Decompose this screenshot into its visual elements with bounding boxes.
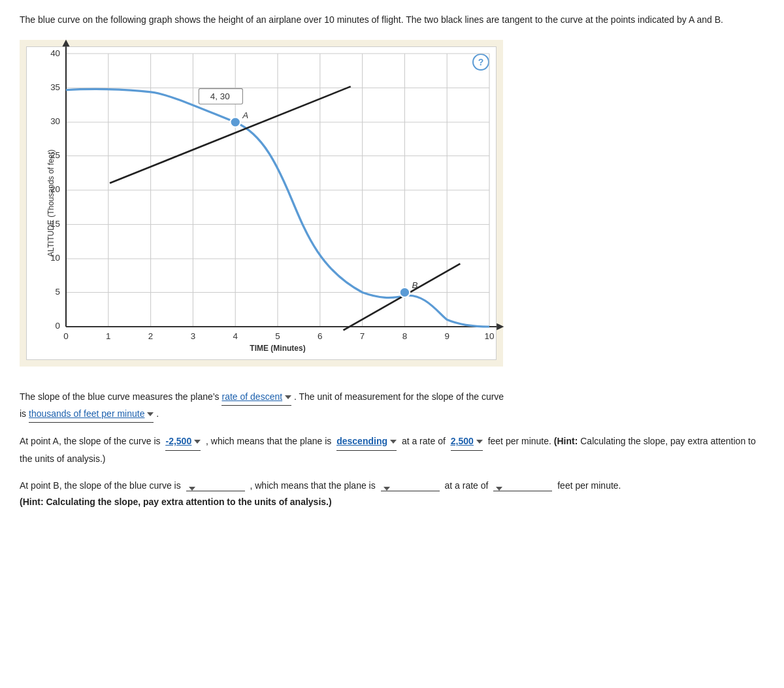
q2-suffix: feet per minute. <box>488 436 551 446</box>
descending-value: descending <box>336 433 387 450</box>
q1-suffix2: . <box>156 408 159 419</box>
y-axis-label: ALTITUDE (Thousands of feet) <box>46 150 56 257</box>
svg-text:7: 7 <box>360 332 365 342</box>
svg-point-50 <box>400 287 410 297</box>
rate-of-descent-dropdown[interactable]: rate of descent <box>221 389 291 406</box>
chevron-down-icon-3 <box>194 440 201 444</box>
slope-b-dropdown[interactable] <box>186 487 245 491</box>
svg-text:4, 30: 4, 30 <box>210 91 230 101</box>
q2-middle: , which means that the plane is <box>206 436 331 446</box>
chevron-down-icon <box>285 395 291 399</box>
chevron-down-icon-2 <box>147 412 154 416</box>
svg-marker-41 <box>62 40 69 47</box>
q1-prefix: The slope of the blue curve measures the… <box>20 391 220 402</box>
question-1-row: The slope of the blue curve measures the… <box>20 389 764 423</box>
svg-text:3: 3 <box>191 332 195 342</box>
rate-a-dropdown[interactable]: 2,500 <box>451 433 483 450</box>
svg-text:5: 5 <box>56 287 60 297</box>
q1-middle: . The unit of measurement for the slope … <box>294 391 504 402</box>
svg-text:4: 4 <box>233 332 237 342</box>
unit-dropdown[interactable]: thousands of feet per minute <box>29 406 154 423</box>
svg-text:25: 25 <box>50 150 60 160</box>
q2-middle2: at a rate of <box>402 436 446 446</box>
question-2-row: At point A, the slope of the curve is -2… <box>20 433 764 467</box>
svg-text:5: 5 <box>275 332 280 342</box>
chevron-down-icon-8 <box>496 487 502 491</box>
q2-hint: (Hint: <box>554 436 578 446</box>
chart-svg: 0 5 10 15 20 25 30 35 40 0 1 2 3 4 5 6 7… <box>66 54 489 327</box>
unit-value: thousands of feet per minute <box>29 406 144 422</box>
svg-marker-43 <box>497 323 504 331</box>
rate-b-dropdown[interactable] <box>493 487 552 491</box>
svg-text:10: 10 <box>50 254 60 263</box>
chevron-down-icon-5 <box>476 440 483 444</box>
graph-container: ? ALTITUDE (Thousands of feet) <box>20 40 503 367</box>
svg-text:B: B <box>412 280 418 290</box>
svg-text:10: 10 <box>485 332 495 342</box>
chevron-down-icon-6 <box>189 487 195 491</box>
svg-point-46 <box>230 118 240 127</box>
svg-text:6: 6 <box>318 332 322 342</box>
q2-prefix: At point A, the slope of the curve is <box>20 436 161 446</box>
svg-text:30: 30 <box>50 117 60 127</box>
svg-text:0: 0 <box>63 332 68 342</box>
slope-a-value: -2,500 <box>165 433 191 450</box>
rate-of-descent-value: rate of descent <box>221 389 282 405</box>
svg-text:1: 1 <box>106 332 110 342</box>
graph-inner: ? ALTITUDE (Thousands of feet) <box>26 46 497 360</box>
svg-text:A: A <box>242 110 248 120</box>
svg-text:20: 20 <box>50 184 60 194</box>
slope-a-dropdown[interactable]: -2,500 <box>165 433 201 450</box>
descending-b-dropdown[interactable] <box>381 487 440 491</box>
questions-section: The slope of the blue curve measures the… <box>20 389 764 510</box>
question-3-row: At point B, the slope of the blue curve … <box>20 478 764 510</box>
chevron-down-icon-7 <box>384 487 390 491</box>
chevron-down-icon-4 <box>390 440 397 444</box>
descending-dropdown[interactable]: descending <box>336 433 397 450</box>
q3-prefix: At point B, the slope of the blue curve … <box>20 480 181 491</box>
svg-text:9: 9 <box>444 332 449 342</box>
svg-text:40: 40 <box>50 49 60 59</box>
svg-text:8: 8 <box>402 332 407 342</box>
q1-prefix2: is <box>20 408 26 419</box>
rate-a-value: 2,500 <box>451 433 474 450</box>
svg-text:35: 35 <box>50 82 60 92</box>
svg-text:2: 2 <box>148 332 153 342</box>
q3-suffix: feet per minute. <box>557 480 621 491</box>
svg-text:0: 0 <box>56 321 60 331</box>
q3-middle2: at a rate of <box>445 480 489 491</box>
chart-area: 0 5 10 15 20 25 30 35 40 0 1 2 3 4 5 6 7… <box>66 54 489 327</box>
x-axis-label: TIME (Minutes) <box>250 344 305 353</box>
svg-text:15: 15 <box>50 219 60 229</box>
intro-paragraph: The blue curve on the following graph sh… <box>20 13 764 27</box>
q3-middle: , which means that the plane is <box>250 480 375 491</box>
q3-hint: (Hint: Calculating the slope, pay extra … <box>20 497 332 507</box>
